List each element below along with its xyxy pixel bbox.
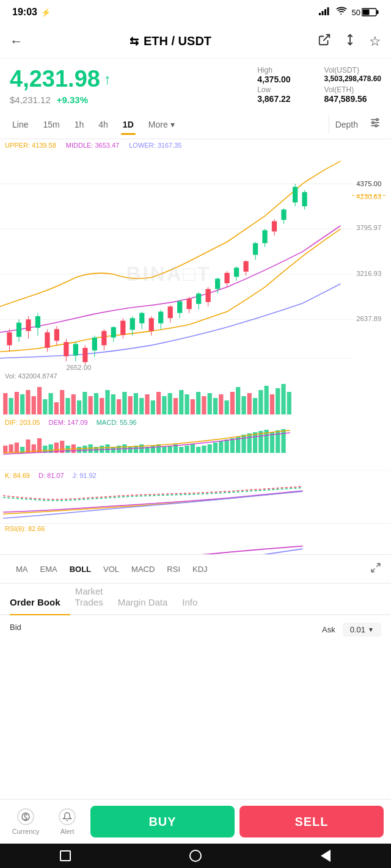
kdj-indicators: K: 84.69 D: 81.07 J: 91.92: [0, 471, 391, 480]
svg-rect-80: [272, 221, 277, 231]
tab-4h[interactable]: 4h: [91, 115, 115, 134]
nav-home-button[interactable]: [186, 846, 205, 866]
svg-rect-115: [122, 392, 126, 414]
svg-rect-31: [45, 332, 49, 347]
ind-tab-macd[interactable]: MACD: [125, 560, 161, 579]
svg-rect-133: [224, 400, 228, 414]
price-sub: $4,231.12 +9.33%: [10, 95, 111, 105]
nav-triangle-icon: [321, 850, 331, 862]
battery-icon: 50: [352, 8, 379, 17]
svg-rect-23: [7, 332, 12, 345]
alert-label: Alert: [60, 828, 75, 835]
indicator-tabs: MA EMA BOLL VOL MACD RSI KDJ: [0, 554, 391, 584]
vol-usdt-label: Vol(USDT): [324, 66, 381, 74]
alert-button[interactable]: Alert: [49, 808, 86, 835]
tab-info[interactable]: Info: [182, 591, 207, 614]
section-tabs: Order Book Market Trades Margin Data Inf…: [0, 584, 391, 615]
svg-rect-134: [230, 392, 235, 414]
svg-text:2652.00: 2652.00: [66, 364, 91, 371]
svg-rect-50: [130, 318, 135, 330]
ask-value-control[interactable]: 0.01 ▼: [343, 623, 381, 637]
dropdown-icon: ▼: [368, 626, 374, 633]
svg-rect-143: [281, 384, 285, 414]
high-value: 4,375.00: [257, 74, 314, 84]
order-book-header: Bid Ask 0.01 ▼: [10, 623, 381, 637]
main-chart[interactable]: BINA□T 2652.00: [0, 151, 391, 371]
svg-rect-66: [206, 289, 211, 302]
tab-line[interactable]: Line: [5, 115, 35, 134]
svg-line-7: [323, 35, 329, 41]
sell-button[interactable]: SELL: [239, 806, 384, 837]
svg-rect-33: [54, 329, 59, 341]
buy-button[interactable]: BUY: [90, 806, 235, 837]
svg-rect-189: [247, 433, 252, 453]
macd-dem-label: DEM: 147.09: [48, 419, 87, 426]
back-button[interactable]: ←: [10, 34, 23, 49]
currency-button[interactable]: Currency: [7, 808, 44, 835]
svg-rect-144: [287, 392, 291, 414]
svg-rect-180: [196, 447, 200, 453]
svg-rect-84: [293, 187, 298, 202]
svg-rect-99: [32, 396, 36, 414]
svg-rect-74: [243, 261, 248, 272]
svg-rect-70: [224, 273, 229, 283]
kdj-j-label: J: 91.92: [73, 472, 97, 479]
expand-icon[interactable]: [370, 562, 381, 576]
ind-tab-rsi[interactable]: RSI: [161, 560, 186, 579]
svg-rect-3: [327, 7, 329, 15]
phone-nav-bar: [0, 844, 391, 868]
ind-tab-kdj[interactable]: KDJ: [186, 560, 214, 579]
svg-rect-112: [105, 390, 109, 414]
favorite-icon[interactable]: ☆: [369, 34, 381, 49]
price-section: 4,231.98 ↑ $4,231.12 +9.33% High 4,375.0…: [0, 59, 391, 110]
svg-rect-96: [15, 392, 19, 414]
boll-upper-label: UPPER: 4139.58: [5, 142, 56, 149]
share-icon[interactable]: [318, 33, 331, 49]
svg-text:4230.63: 4230.63: [356, 193, 381, 200]
svg-text:4375.00: 4375.00: [356, 180, 381, 187]
header: ← ⇆ ETH / USDT ☆: [0, 24, 391, 59]
tab-more[interactable]: More ▾: [141, 115, 182, 134]
macd-indicators: DIF: 203.05 DEM: 147.09 MACD: 55.96: [0, 418, 391, 427]
nav-square-button[interactable]: [56, 846, 75, 866]
svg-rect-182: [208, 444, 212, 453]
svg-rect-39: [82, 348, 87, 362]
ind-tab-ma[interactable]: MA: [10, 560, 34, 579]
svg-rect-100: [37, 387, 42, 414]
svg-rect-114: [117, 399, 121, 414]
split-icon[interactable]: [343, 33, 357, 49]
svg-rect-185: [224, 439, 228, 453]
tab-order-book[interactable]: Order Book: [10, 591, 70, 615]
tab-1d[interactable]: 1D: [115, 115, 141, 134]
chart-container[interactable]: UPPER: 4139.58 MIDDLE: 3653.47 LOWER: 31…: [0, 139, 391, 554]
svg-rect-173: [156, 444, 161, 453]
tab-15m[interactable]: 15m: [35, 115, 67, 134]
tab-depth[interactable]: Depth: [329, 115, 364, 134]
tab-market-trades[interactable]: Market Trades: [75, 569, 113, 614]
svg-rect-111: [100, 398, 104, 414]
vol-eth-value: 847,589.56: [324, 94, 381, 104]
svg-rect-68: [215, 279, 220, 289]
tab-1h[interactable]: 1h: [67, 115, 92, 134]
nav-back-button[interactable]: [316, 846, 335, 866]
kdj-k-label: K: 84.69: [5, 472, 30, 479]
svg-rect-27: [26, 319, 31, 331]
svg-rect-82: [281, 209, 286, 220]
svg-rect-139: [258, 390, 263, 414]
svg-rect-6: [363, 10, 370, 15]
ind-tab-ema[interactable]: EMA: [34, 560, 64, 579]
svg-rect-136: [241, 396, 246, 414]
rsi-label: RSI(6): 82.66: [5, 525, 45, 532]
boll-indicators: UPPER: 4139.58 MIDDLE: 3653.47 LOWER: 31…: [0, 139, 391, 151]
bid-label: Bid: [10, 623, 21, 637]
chart-settings-icon[interactable]: [364, 117, 386, 132]
svg-line-199: [371, 568, 375, 571]
ask-label: Ask: [322, 625, 335, 634]
svg-rect-105: [65, 398, 70, 414]
wifi-icon: [336, 7, 347, 18]
tab-margin-data[interactable]: Margin Data: [118, 591, 178, 614]
svg-rect-125: [179, 390, 183, 414]
header-title: ⇆ ETH / USDT: [130, 34, 211, 48]
svg-rect-119: [145, 394, 149, 414]
candlestick-chart: BINA□T 2652.00: [0, 151, 391, 371]
